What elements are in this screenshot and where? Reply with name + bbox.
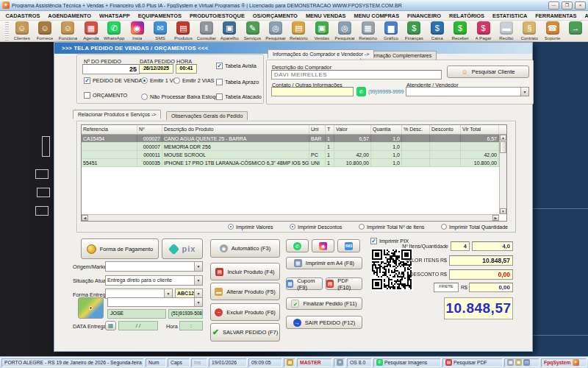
toolbar-funcionario[interactable]: ☺Funciona — [57, 21, 79, 41]
table-row[interactable]: 55451000035IPHONE 17 PRO 1TB LARANJA-CÓS… — [82, 159, 506, 167]
nao-processar-baixa-radio[interactable]: Não Processar Baixa Estoque — [141, 93, 221, 100]
print-a4-button[interactable]: ▦Imprimir em A4 (F8) — [286, 257, 362, 269]
menu-item-estatistica[interactable]: ESTATISTICA — [489, 13, 531, 19]
toolbar-instagram[interactable]: ◉Insta — [126, 21, 148, 41]
column-header-uni[interactable]: Uni — [309, 125, 326, 134]
table-row[interactable]: 000011MOUSE SCROOLPC142,001,042,00 — [82, 151, 506, 159]
toolbar-caixa[interactable]: $Caixa — [426, 21, 448, 41]
toolbar-clientes[interactable]: ☺Clientes — [10, 21, 33, 41]
toolbar-produtos[interactable]: ▤Produtos — [172, 21, 195, 41]
print-option-imprimir-descontos[interactable]: Imprimir Descontos — [290, 224, 342, 230]
toolbar-financas[interactable]: $Finanças — [403, 21, 426, 41]
toolbar-agenda[interactable]: ▦Agenda — [79, 21, 102, 41]
order-number-field[interactable]: 25 — [82, 64, 140, 74]
pedido-venda-checkbox[interactable]: PEDIDO DE VENDA — [84, 77, 142, 84]
menu-item-financeiro[interactable]: FINANCEIRO — [404, 13, 445, 19]
orcamento-checkbox[interactable]: ORÇAMENTO — [84, 92, 127, 99]
toolbar-relatorio[interactable]: ▤Relatório — [287, 21, 310, 41]
menu-item-ajuda[interactable]: AJUDA — [581, 13, 588, 19]
column-header-desc[interactable]: % Desc. — [402, 125, 430, 134]
toolbar-relatorio-2[interactable]: ▦Relatório — [356, 21, 379, 41]
toolbar-fornecedor[interactable]: ☺Fornece — [33, 21, 56, 41]
payment-method-button[interactable]: Forma de Pagamento — [81, 238, 159, 259]
coupon-button[interactable]: ▦Cupom (F9) — [286, 277, 323, 290]
origin-combo[interactable]: ▼ — [105, 261, 203, 272]
menu-item-whatsapp[interactable]: WHATSAPP — [95, 13, 134, 19]
tabela-atacado-checkbox[interactable]: Tabela Atacado — [216, 93, 262, 100]
toolbar-sair[interactable]: → — [564, 21, 587, 41]
toolbar-pesquisar-2[interactable]: ◎Pesquisar — [333, 21, 356, 41]
column-header-descri-o-do-produto[interactable]: Descrição do Produto — [162, 125, 309, 134]
delivery-date-field[interactable]: / / — [118, 321, 158, 330]
order-time-field[interactable]: 00:41 — [176, 64, 197, 74]
menu-item-os-or-amento[interactable]: OS/ORÇAMENTO — [248, 13, 301, 19]
print-option-imprimir-valores[interactable]: Imprimir Valores — [228, 224, 273, 230]
toolbar-servicos[interactable]: ✎Serviços — [241, 21, 264, 41]
menu-item-menu-compras[interactable]: MENU COMPRAS — [350, 13, 404, 19]
menu-item-relat-rios[interactable]: RELATÓRIOS — [445, 13, 489, 19]
carrier-combo[interactable]: ▼ — [107, 297, 203, 307]
toolbar-a-pagar[interactable]: $A Pagar — [472, 21, 495, 41]
emitir-2-vias-radio[interactable]: Emitir 2 VIAS — [173, 77, 214, 84]
column-header-quantia[interactable]: Quantia — [371, 125, 402, 134]
tabela-aprazo-checkbox[interactable]: Tabela Aprazo — [216, 79, 259, 85]
search-client-button[interactable]: ☺Pesquisar Cliente — [447, 66, 529, 78]
attendant-combo[interactable]: ▼ — [406, 87, 529, 96]
toolbar-drag-handle[interactable] — [5, 22, 9, 40]
toolbar-contrato[interactable]: §Contrato — [518, 21, 541, 41]
column-header-valor[interactable]: Valor — [334, 125, 371, 134]
menu-item-produto-estoque[interactable]: PRODUTO/ESTOQUE — [185, 13, 248, 19]
save-order-button[interactable]: ✔SALVAR PEDIDO (F7) — [210, 323, 280, 342]
status-combo[interactable]: Entrega direto para o cliente▼ — [105, 275, 203, 286]
tab-products-services[interactable]: Relacionar Produtos e Serviços -> — [73, 110, 161, 118]
map-button[interactable] — [78, 297, 104, 319]
search-images-button[interactable]: ✆Pesquisar Imagens — [373, 358, 441, 367]
whatsapp-send-button[interactable]: ✆ — [286, 239, 309, 252]
tabela-avista-checkbox[interactable]: Tabela Avista — [216, 63, 257, 69]
search-pdf-button[interactable]: ▤Pesquisar PDF — [442, 358, 503, 367]
scroll-left-icon[interactable]: ◀ — [82, 215, 88, 221]
buyer-name-field[interactable]: DAVI MEIRELLES — [271, 70, 442, 79]
add-product-button[interactable]: ▤Incluir Produto (F4) — [210, 263, 280, 280]
sms-button[interactable]: SMS — [337, 239, 360, 252]
toolbar-vendas[interactable]: ▣Vendas — [310, 21, 333, 41]
toolbar-whatsapp[interactable]: ✆WhatsApp — [103, 21, 126, 41]
scroll-up-icon[interactable]: ▲ — [500, 135, 506, 141]
column-header-desconto[interactable]: Desconto — [430, 125, 461, 134]
column-header-t[interactable]: T — [326, 125, 334, 134]
restore-button[interactable]: ❒ — [562, 1, 573, 10]
tab-buyer-seller[interactable]: Informações do Comprador e Vendedor -> — [268, 49, 374, 58]
menu-item-equipamentos[interactable]: EQUIPAMENTOS — [134, 13, 185, 19]
toolbar-recibo[interactable]: ▬Recibo — [495, 21, 517, 41]
menu-item-menu-vendas[interactable]: MENU VENDAS — [301, 13, 350, 19]
calendar-button[interactable]: ▦ — [105, 321, 116, 330]
horizontal-scrollbar[interactable]: ◀ ▶ — [82, 214, 499, 221]
toolbar-aparelho[interactable]: ▣Aparelho — [218, 21, 241, 41]
menu-item-agendamento[interactable]: AGENDAMENTO — [44, 13, 96, 19]
print-option-imprimir-total-n-de-itens[interactable]: Imprimir Total Nº de Itens — [359, 224, 424, 230]
edit-product-button[interactable]: ▬Alterar Produto (F5) — [210, 283, 280, 300]
toolbar-sms[interactable]: ✉SMS — [148, 21, 171, 41]
toolbar-pesquisar[interactable]: ◎Pesquisar — [264, 21, 287, 41]
toolbar-consultar[interactable]: ‖Consultar — [195, 21, 218, 41]
column-header-referencia[interactable]: Referencia — [82, 125, 137, 134]
vertical-scrollbar[interactable]: ▲ ▼ — [499, 135, 506, 214]
close-button[interactable]: × — [575, 1, 586, 10]
table-row[interactable]: CA15454000027CANO AGUA QUENTE 25 - BARRA… — [82, 135, 506, 143]
scroll-down-icon[interactable]: ▼ — [500, 208, 506, 214]
column-header-vlr-total[interactable]: Vlr Total — [461, 125, 499, 134]
table-row[interactable]: 000007MEMORIA DDR 25611,0 — [82, 143, 506, 151]
automatic-button[interactable]: ◉Automático (F3) — [210, 239, 280, 258]
minimize-button[interactable]: — — [548, 1, 559, 10]
menu-item-ferramentas[interactable]: FERRAMENTAS — [531, 13, 581, 19]
toolbar-grafico[interactable]: ▆Gráfico — [379, 21, 402, 41]
scrollbar-thumb[interactable] — [500, 141, 506, 153]
pix-button[interactable]: pix — [162, 238, 203, 259]
finish-order-button[interactable]: ✔Finalizar Pedido (F11) — [286, 297, 362, 310]
instagram-button[interactable]: ◉ — [312, 239, 334, 252]
delete-product-button[interactable]: −Excluir Produto (F6) — [210, 303, 280, 321]
column-header-n[interactable]: Nº — [137, 125, 162, 134]
order-date-field[interactable]: 26/12/2025 — [139, 64, 173, 74]
emitir-1-via-radio[interactable]: Emitir 1 VIA — [141, 77, 179, 84]
toolbar-suporte[interactable]: ☎Suporte — [541, 21, 564, 41]
